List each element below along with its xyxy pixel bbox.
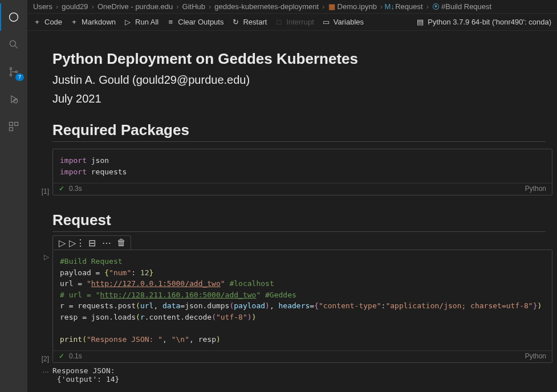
svg-point-0 <box>10 13 18 22</box>
debug-icon[interactable] <box>0 85 27 113</box>
crumb-cell[interactable]: ⦿#Build Request <box>432 2 491 11</box>
scm-badge: 7 <box>15 74 24 81</box>
interrupt-button[interactable]: □Interrupt <box>275 18 314 26</box>
code-body[interactable]: import json import requests <box>53 149 552 183</box>
extensions-icon[interactable] <box>0 113 27 140</box>
more-icon[interactable]: ⋯ <box>102 238 111 247</box>
author-line: Justin A. Gould (gould29@purdue.edu) <box>52 74 546 87</box>
breadcrumb[interactable]: Users› gould29› OneDrive - purdue.edu› G… <box>27 0 557 14</box>
plus-icon: + <box>70 18 78 26</box>
restart-icon: ↻ <box>231 18 239 26</box>
crumb[interactable]: gould29 <box>62 2 88 11</box>
interrupt-icon: □ <box>275 18 283 26</box>
add-code-button[interactable]: +Code <box>33 18 62 26</box>
run-by-line-icon[interactable]: ▷⋮ <box>72 238 82 247</box>
chevron-right-icon: › <box>56 2 58 11</box>
page-title: Python Deployment on Geddes Kubernetes <box>52 50 546 68</box>
cell-output: … Response JSON: {'output': 14} <box>27 363 557 383</box>
crumb[interactable]: OneDrive - purdue.edu <box>97 2 173 11</box>
check-icon: ✓ <box>59 185 64 193</box>
code-cell-1[interactable]: [1] import json import requests ✓0.3s Py… <box>27 149 552 195</box>
code-cell-2[interactable]: ▷ [2] #Build Request payload = {"num": 1… <box>27 250 552 363</box>
clear-outputs-button[interactable]: ≡Clear Outputs <box>166 18 223 26</box>
date-line: July 2021 <box>52 92 546 105</box>
add-markdown-button[interactable]: +Markdown <box>70 18 116 26</box>
run-cell-icon[interactable]: ▷ <box>58 238 67 247</box>
output-body: Response JSON: {'output': 14} <box>52 366 552 383</box>
plus-icon: + <box>33 18 41 26</box>
svg-rect-8 <box>10 122 13 126</box>
chevron-right-icon: › <box>209 2 211 11</box>
section-heading: Request <box>52 211 546 232</box>
search-icon[interactable] <box>0 31 27 58</box>
crumb-section[interactable]: M↓Request <box>386 2 422 11</box>
notebook-icon: ▦ <box>328 3 335 10</box>
chevron-right-icon: › <box>92 2 94 11</box>
variables-icon: ▭ <box>322 18 330 26</box>
source-control-icon[interactable]: 7 <box>0 58 27 85</box>
svg-point-3 <box>10 68 11 70</box>
section-heading: Required Packages <box>52 121 546 142</box>
crumb-file[interactable]: ▦Demo.ipynb <box>328 2 377 11</box>
markdown-icon: M↓ <box>386 3 393 10</box>
cell-lang[interactable]: Python <box>525 352 546 360</box>
svg-point-4 <box>10 74 11 76</box>
exec-count: [1] <box>42 187 49 195</box>
chevron-right-icon: › <box>322 2 324 11</box>
code-body[interactable]: #Build Request payload = {"num": 12} url… <box>53 250 552 350</box>
chevron-right-icon: › <box>176 2 178 11</box>
svg-rect-10 <box>10 128 13 131</box>
notebook-content: Python Deployment on Geddes Kubernetes J… <box>27 31 557 392</box>
svg-rect-9 <box>15 122 18 126</box>
python-icon: ⦿ <box>432 3 439 10</box>
crumb[interactable]: GitHub <box>182 2 205 11</box>
output-label: … <box>27 366 52 383</box>
exec-count: [2] <box>42 355 49 363</box>
explorer-icon[interactable] <box>0 3 27 31</box>
chevron-right-icon: › <box>380 2 383 11</box>
run-all-icon: ▷ <box>124 18 132 26</box>
kernel-selector[interactable]: ▤Python 3.7.9 64-bit ('honr490': conda) <box>416 18 551 26</box>
variables-button[interactable]: ▭Variables <box>322 18 364 26</box>
activity-bar: 7 <box>0 0 27 392</box>
run-cell-icon[interactable]: ▷ <box>44 250 49 261</box>
svg-point-5 <box>15 71 17 72</box>
chevron-right-icon: › <box>426 2 429 11</box>
cell-toolbar: ▷ ▷⋮ ⊟ ⋯ 🗑 <box>52 235 131 250</box>
check-icon: ✓ <box>59 352 64 360</box>
notebook-toolbar: +Code +Markdown ▷Run All ≡Clear Outputs … <box>27 14 557 31</box>
crumb[interactable]: Users <box>33 2 52 11</box>
svg-point-1 <box>10 40 15 46</box>
run-all-button[interactable]: ▷Run All <box>124 18 158 26</box>
server-icon: ▤ <box>416 18 424 26</box>
clear-icon: ≡ <box>166 18 174 26</box>
delete-cell-icon[interactable]: 🗑 <box>117 238 126 247</box>
restart-button[interactable]: ↻Restart <box>231 18 267 26</box>
exec-time: 0.1s <box>69 352 82 360</box>
cell-lang[interactable]: Python <box>525 185 546 193</box>
exec-time: 0.3s <box>69 185 82 193</box>
split-cell-icon[interactable]: ⊟ <box>87 238 96 247</box>
crumb[interactable]: geddes-kubernetes-deployment <box>214 2 319 11</box>
main-editor: Users› gould29› OneDrive - purdue.edu› G… <box>27 0 557 392</box>
svg-line-2 <box>15 46 18 48</box>
